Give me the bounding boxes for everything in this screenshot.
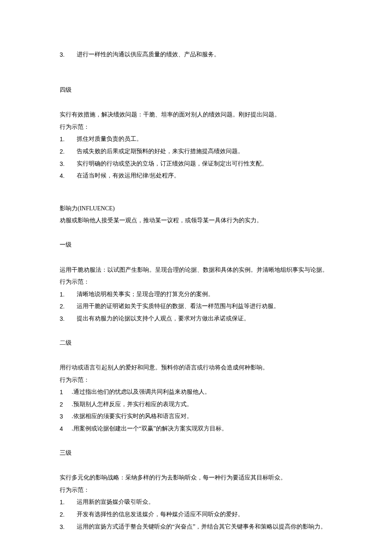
list-number: 3. bbox=[60, 313, 77, 325]
list-text: 提出有劝服力的论据以支持个人观点，要求对方做出承诺或保证。 bbox=[77, 313, 332, 325]
list-text: 进行一样性的沟通以供应高质量的绩效、产品和服务。 bbox=[77, 49, 332, 61]
list-text: .用案例或论据创建出一个“双赢”的解决方案实现双方目标。 bbox=[72, 423, 332, 435]
list-text: .依据相应的须要实行实时的风格和语言应对。 bbox=[72, 411, 332, 422]
level-heading: 一级 bbox=[60, 239, 332, 251]
example-label: 行为示范： bbox=[60, 485, 332, 496]
list-item: 3. 提出有劝服力的论据以支持个人观点，要求对方做出承诺或保证。 bbox=[60, 313, 332, 325]
list-item: 3. 运用的宣扬方式适于整合关键听众的“兴奋点”，并结合其它关键事务和策略以提高… bbox=[60, 521, 332, 533]
list-item: 2. 运用干脆的证明诸如关于实质特征的数据、看法一样范围与利益等进行劝服。 bbox=[60, 301, 332, 312]
list-number: 1. bbox=[60, 134, 77, 145]
list-text: 抓住对质量负责的员工。 bbox=[77, 134, 332, 145]
list-text: 开发有选择性的信息发送媒介，每种媒介适应不同听众的爱好。 bbox=[77, 509, 332, 520]
list-item: 3. 进行一样性的沟通以供应高质量的绩效、产品和服务。 bbox=[60, 49, 332, 61]
list-number: 3. bbox=[60, 158, 77, 170]
list-item: 2 .预期别人怎样反应，并实行相应的表现方式。 bbox=[60, 399, 332, 410]
list-item: 1. 清晰地说明相关事实；呈现合理的打算充分的案例。 bbox=[60, 289, 332, 300]
list-text: 告戒失败的后果或定期预料的好处，来实行措施提高绩效问题。 bbox=[77, 146, 332, 157]
list-text: 运用新的宣扬媒介吸引听众。 bbox=[77, 497, 332, 508]
list-text: 运用干脆的证明诸如关于实质特征的数据、看法一样范围与利益等进行劝服。 bbox=[77, 301, 332, 312]
level-heading: 二级 bbox=[60, 337, 332, 349]
competency-title: 影响力(INFLUENCE) bbox=[60, 203, 332, 215]
list-number: 4. bbox=[60, 170, 77, 182]
list-number: 3. bbox=[60, 49, 77, 61]
level-heading: 三级 bbox=[60, 447, 332, 459]
list-number: 4 bbox=[60, 423, 72, 435]
list-number: 2. bbox=[60, 301, 77, 312]
list-number: 3. bbox=[60, 521, 77, 533]
list-item: 3. 实行明确的行动或坚决的立场，订正绩效问题，保证制定出可行性支配。 bbox=[60, 158, 332, 170]
list-number: 1 bbox=[60, 386, 72, 398]
list-text: .预期别人怎样反应，并实行相应的表现方式。 bbox=[72, 399, 332, 410]
influence-title-block: 影响力(INFLUENCE) 劝服或影响他人接受某一观点，推动某一议程，或领导某… bbox=[60, 203, 332, 227]
list-text: 实行明确的行动或坚决的立场，订正绩效问题，保证制定出可行性支配。 bbox=[77, 158, 332, 170]
list-item: 4. 在适当时候，有效运用纪律/惩处程序。 bbox=[60, 170, 332, 182]
level-3-block: 三级 实行多元化的影响战略：采纳多样的行为去影响听众，每一种行为要适应其目标听众… bbox=[60, 447, 332, 533]
intro-text: 实行多元化的影响战略：采纳多样的行为去影响听众，每一种行为要适应其目标听众。 bbox=[60, 472, 332, 484]
list-item: 2. 告戒失败的后果或定期预料的好处，来实行措施提高绩效问题。 bbox=[60, 146, 332, 157]
list-text: 运用的宣扬方式适于整合关键听众的“兴奋点”，并结合其它关键事务和策略以提高你的影… bbox=[77, 521, 332, 533]
list-text: .通过指出他们的忧虑以及强调共同利益来劝服他人。 bbox=[72, 386, 332, 398]
orphan-list-block: 3. 进行一样性的沟通以供应高质量的绩效、产品和服务。 bbox=[60, 49, 332, 61]
example-label: 行为示范： bbox=[60, 276, 332, 288]
list-number: 2 bbox=[60, 399, 72, 410]
level-heading: 四级 bbox=[60, 84, 332, 96]
level-1-block: 一级 运用干脆劝服法：以试图产生影响。呈现合理的论据、数据和具体的实例。并清晰地… bbox=[60, 239, 332, 325]
list-text: 清晰地说明相关事实；呈现合理的打算充分的案例。 bbox=[77, 289, 332, 300]
list-number: 2. bbox=[60, 146, 77, 157]
intro-text: 实行有效措施，解决绩效问题：干脆、坦率的面对别人的绩效问题。刚好提出问题。 bbox=[60, 109, 332, 121]
example-label: 行为示范： bbox=[60, 122, 332, 133]
intro-text: 运用干脆劝服法：以试图产生影响。呈现合理的论据、数据和具体的实例。并清晰地组织事… bbox=[60, 264, 332, 276]
list-number: 1. bbox=[60, 497, 77, 508]
list-item: 1. 运用新的宣扬媒介吸引听众。 bbox=[60, 497, 332, 508]
list-text: 在适当时候，有效运用纪律/惩处程序。 bbox=[77, 170, 332, 182]
list-item: 1 .通过指出他们的忧虑以及强调共同利益来劝服他人。 bbox=[60, 386, 332, 398]
list-item: 4 .用案例或论据创建出一个“双赢”的解决方案实现双方目标。 bbox=[60, 423, 332, 435]
list-item: 2. 开发有选择性的信息发送媒介，每种媒介适应不同听众的爱好。 bbox=[60, 509, 332, 520]
list-item: 3 .依据相应的须要实行实时的风格和语言应对。 bbox=[60, 411, 332, 422]
intro-text: 用行动或语言引起别人的爱好和同意。预料你的语言或行动将会造成何种影响。 bbox=[60, 362, 332, 374]
list-item: 1. 抓住对质量负责的员工。 bbox=[60, 134, 332, 145]
level-4-block: 四级 实行有效措施，解决绩效问题：干脆、坦率的面对别人的绩效问题。刚好提出问题。… bbox=[60, 84, 332, 182]
list-number: 2. bbox=[60, 509, 77, 520]
list-number: 3 bbox=[60, 411, 72, 422]
competency-description: 劝服或影响他人接受某一观点，推动某一议程，或领导某一具体行为的实力。 bbox=[60, 215, 332, 227]
list-number: 1. bbox=[60, 289, 77, 300]
level-2-block: 二级 用行动或语言引起别人的爱好和同意。预料你的语言或行动将会造成何种影响。 行… bbox=[60, 337, 332, 435]
example-label: 行为示范： bbox=[60, 375, 332, 386]
